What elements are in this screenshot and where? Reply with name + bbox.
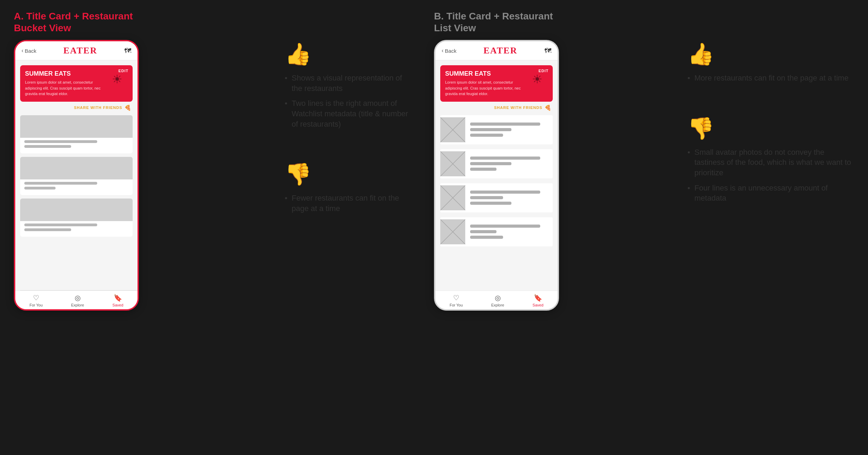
tab-saved-label-b: Saved [533,303,543,307]
list-item-b-3[interactable] [440,183,553,212]
tab-explore-label-a: Explore [71,303,84,307]
map-icon-b[interactable]: 🗺 [544,47,551,55]
list-line-b-2-1 [470,157,540,160]
list-line-b-3-2 [470,196,503,199]
svg-line-5 [440,185,465,210]
heart-icon-a: ♡ [33,294,39,302]
map-icon-a[interactable]: 🗺 [124,47,131,55]
card-text-a-2-1 [24,182,97,185]
phone-a-nav: ‹ Back EATER 🗺 [15,41,137,60]
cons-block-b: 👎 Small avatar photos do not convey the … [687,116,854,208]
list-line-b-4-2 [470,230,496,233]
list-item-lines-b-2 [470,157,553,171]
thumbs-up-emoji-a: 👍 [285,42,413,67]
section-a: A. Title Card + Restaurant Bucket View ‹… [14,10,274,311]
list-line-b-3-1 [470,191,540,194]
section-far-right-b: 👍 More restaurants can fit on the page a… [681,10,854,208]
svg-line-7 [440,219,465,244]
sun-icon-a: ☀ [112,72,122,86]
restaurant-card-list-a [15,114,137,288]
card-text-a-1-2 [24,145,71,148]
sun-icon-b: ☀ [532,72,542,86]
card-text-a-1-1 [24,140,97,143]
tab-explore-label-b: Explore [491,303,504,307]
cons-block-a: 👎 Fewer restaurants can fit on the page … [285,162,413,218]
eater-logo-a: EATER [64,45,98,56]
section-a-title: A. Title Card + Restaurant Bucket View [14,10,133,34]
card-image-a-2 [20,157,133,179]
restaurant-card-a-3[interactable] [20,199,133,237]
back-button-b[interactable]: ‹ Back [442,48,457,54]
card-text-a-2-2 [24,187,56,189]
list-line-b-1-1 [470,123,540,126]
restaurant-card-a-1[interactable] [20,115,133,153]
list-line-b-3-3 [470,202,511,205]
card-text-a-3-2 [24,228,71,231]
tab-foryou-label-b: For You [450,303,463,307]
thumbs-down-emoji-b: 👎 [687,116,854,141]
svg-line-0 [440,117,465,142]
section-b-title: B. Title Card + Restaurant List View [434,10,553,34]
list-line-b-1-2 [470,128,511,131]
restaurant-card-a-2[interactable] [20,157,133,195]
pros-list-b: More restaurants can fit on the page at … [687,73,854,83]
back-label-b: Back [445,48,456,54]
bookmark-icon-a: 🔖 [114,294,122,302]
phone-a: ‹ Back EATER 🗺 EDIT ☀ SUMMER EATS Lorem … [14,40,139,311]
phone-b-nav: ‹ Back EATER 🗺 [435,41,558,60]
con-item-a-1: Fewer restaurants can fit on the page at… [285,193,413,213]
thumbs-down-emoji-a: 👎 [285,162,413,187]
pro-item-b-1: More restaurants can fit on the page at … [687,73,854,83]
list-line-b-4-3 [470,236,503,239]
card-image-a-3 [20,199,133,221]
svg-line-2 [440,151,465,176]
pros-list-a: Shows a visual representation of the res… [285,73,413,129]
svg-line-6 [440,219,465,244]
section-b: B. Title Card + Restaurant List View ‹ B… [420,10,681,311]
tab-explore-a[interactable]: ◎ Explore [71,294,84,307]
list-item-b-2[interactable] [440,149,553,178]
list-item-image-b-3 [440,185,465,210]
thumbs-up-emoji-b: 👍 [687,42,854,67]
tab-explore-b[interactable]: ◎ Explore [491,294,504,307]
bookmark-icon-b: 🔖 [534,294,542,302]
list-item-lines-b-4 [470,225,553,239]
banner-body-a: Lorem ipsum dolor sit amet, consectetur … [25,79,101,97]
con-item-b-1: Small avatar photos do not convey the ta… [687,147,854,178]
eater-logo-b: EATER [484,45,518,56]
share-row-b[interactable]: SHARE WITH FRIENDS 🍕 [435,102,558,114]
cons-list-b: Small avatar photos do not convey the ta… [687,147,854,203]
tab-bar-b: ♡ For You ◎ Explore 🔖 Saved [435,290,558,309]
tab-saved-a[interactable]: 🔖 Saved [112,294,123,307]
svg-line-3 [440,151,465,176]
tab-saved-b[interactable]: 🔖 Saved [533,294,543,307]
pro-item-a-1: Shows a visual representation of the res… [285,73,413,93]
share-row-a[interactable]: SHARE WITH FRIENDS 🍕 [15,102,137,114]
share-icon-b: 🍕 [544,104,551,111]
banner-body-b: Lorem ipsum dolor sit amet, consectetur … [445,79,521,97]
cons-list-a: Fewer restaurants can fit on the page at… [285,193,413,213]
share-label-a: SHARE WITH FRIENDS [74,106,122,110]
tab-foryou-label-a: For You [30,303,43,307]
compass-icon-b: ◎ [495,294,501,302]
summer-eats-banner-b: EDIT ☀ SUMMER EATS Lorem ipsum dolor sit… [440,65,553,102]
card-image-a-1 [20,115,133,138]
compass-icon-a: ◎ [75,294,81,302]
tab-foryou-a[interactable]: ♡ For You [30,294,43,307]
tab-foryou-b[interactable]: ♡ For You [450,294,463,307]
list-item-image-b-1 [440,117,465,142]
share-label-b: SHARE WITH FRIENDS [494,106,542,110]
back-label-a: Back [25,48,36,54]
section-middle-a: 👍 Shows a visual representation of the r… [274,10,420,219]
pro-item-a-2: Two lines is the right amount of Watchli… [285,98,413,129]
list-line-b-2-3 [470,168,496,171]
svg-line-1 [440,117,465,142]
page-container: A. Title Card + Restaurant Bucket View ‹… [0,0,868,455]
summer-eats-banner-a: EDIT ☀ SUMMER EATS Lorem ipsum dolor sit… [20,65,133,102]
list-item-b-1[interactable] [440,115,553,144]
list-item-b-4[interactable] [440,217,553,246]
card-text-a-3-1 [24,224,97,226]
heart-icon-b: ♡ [453,294,459,302]
back-button-a[interactable]: ‹ Back [22,48,36,54]
list-line-b-4-1 [470,225,540,228]
